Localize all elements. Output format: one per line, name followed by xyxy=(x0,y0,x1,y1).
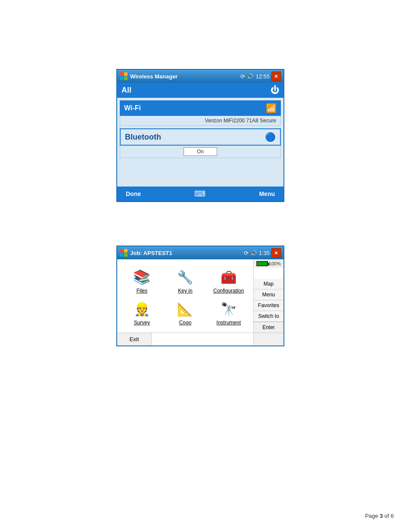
wireless-spacer xyxy=(120,161,281,187)
status-icon-signal: 🔊 xyxy=(247,73,254,80)
icon-grid-area: 📚 Files 🔧 Key in 🧰 Configuration xyxy=(117,259,253,333)
menu-button[interactable]: Menu xyxy=(259,190,275,197)
bluetooth-icon: 🔵 xyxy=(265,132,276,142)
survey-item[interactable]: 👷 Survey xyxy=(122,298,162,326)
files-item[interactable]: 📚 Files xyxy=(122,266,162,294)
close-button[interactable]: × xyxy=(271,72,281,81)
job-titlebar-right: ⟳ 🔊 1:35 × xyxy=(244,248,281,258)
battery-bar: 100% xyxy=(254,259,283,268)
job-bottom-bar: Exit xyxy=(117,333,283,345)
svg-rect-0 xyxy=(120,72,123,76)
page-current: 3 xyxy=(380,513,383,519)
battery-icon xyxy=(256,261,268,266)
menu-button-2[interactable]: Menu xyxy=(254,289,283,300)
enter-button-right[interactable]: Enter xyxy=(254,322,283,333)
job-status-icon-signal: 🔊 xyxy=(250,250,257,256)
survey-icon: 👷 xyxy=(130,298,153,320)
survey-label: Survey xyxy=(134,320,150,326)
windows-logo-icon xyxy=(120,72,128,80)
configuration-icon: 🧰 xyxy=(217,266,240,288)
svg-rect-4 xyxy=(120,249,123,252)
status-icon-sync: ⟳ xyxy=(240,73,245,80)
svg-rect-3 xyxy=(124,77,128,80)
job-status-icon-sync: ⟳ xyxy=(244,250,249,256)
job-close-button[interactable]: × xyxy=(271,248,281,258)
bluetooth-section-header[interactable]: Bluetooth 🔵 xyxy=(120,128,281,146)
svg-rect-1 xyxy=(124,72,128,76)
titlebar-job: Job: APSTEST1 ⟳ 🔊 1:35 × xyxy=(117,246,283,259)
wifi-section-header[interactable]: Wi-Fi 📶 xyxy=(120,100,281,116)
job-main-area: 📚 Files 🔧 Key in 🧰 Configuration xyxy=(117,259,283,333)
map-button[interactable]: Map xyxy=(254,279,283,289)
instrument-icon: 🔭 xyxy=(217,298,240,320)
keyin-icon: 🔧 xyxy=(174,266,197,288)
job-titlebar-title: Job: APSTEST1 xyxy=(130,250,172,256)
all-label: All xyxy=(121,86,131,95)
svg-rect-5 xyxy=(124,249,128,252)
titlebar-wireless: Wireless Manager ⟳ 🔊 12:55 × xyxy=(117,70,283,83)
titlebar-time: 12:55 xyxy=(255,73,270,80)
bluetooth-label: Bluetooth xyxy=(125,133,161,142)
power-icon: ⏻ xyxy=(271,85,279,95)
page-label: Page xyxy=(365,513,380,519)
titlebar-job-left: Job: APSTEST1 xyxy=(120,249,172,257)
keyboard-icon[interactable]: ⌨ xyxy=(194,189,206,199)
wifi-network-name: Verizon MiFi2200 71A8 Secure xyxy=(120,116,281,126)
all-bar[interactable]: All ⏻ xyxy=(117,83,283,98)
favorites-button[interactable]: Favorites xyxy=(254,300,283,311)
page-total: 6 xyxy=(391,513,394,519)
titlebar-left: Wireless Manager xyxy=(120,72,177,80)
wireless-bottom-bar: Done ⌨ Menu xyxy=(117,187,283,201)
bluetooth-status-bar: On xyxy=(120,146,281,158)
instrument-label: Instrument xyxy=(216,320,241,326)
cogo-item[interactable]: 📐 Cogo xyxy=(166,298,205,326)
keyin-label: Key in xyxy=(178,288,192,294)
cogo-label: Cogo xyxy=(179,320,192,326)
bluetooth-status: On xyxy=(184,147,217,156)
configuration-item[interactable]: 🧰 Configuration xyxy=(209,266,248,294)
cogo-icon: 📐 xyxy=(174,298,197,320)
page-number: Page 3 of 6 xyxy=(365,513,394,519)
instrument-item[interactable]: 🔭 Instrument xyxy=(209,298,248,326)
titlebar-title: Wireless Manager xyxy=(130,73,177,80)
files-label: Files xyxy=(137,288,147,294)
job-window: Job: APSTEST1 ⟳ 🔊 1:35 × 📚 Files 🔧 xyxy=(116,246,284,346)
enter-bottom-area xyxy=(253,333,283,345)
side-menu-spacer xyxy=(254,268,283,279)
switch-to-button[interactable]: Switch to xyxy=(254,311,283,322)
job-titlebar-time: 1:35 xyxy=(259,250,270,256)
page-of: of xyxy=(384,513,390,519)
bottom-spacer xyxy=(152,333,253,345)
titlebar-right: ⟳ 🔊 12:55 × xyxy=(240,72,281,81)
exit-button[interactable]: Exit xyxy=(117,333,152,345)
svg-rect-7 xyxy=(124,253,128,257)
svg-rect-2 xyxy=(120,77,123,80)
windows-logo-icon-2 xyxy=(120,249,128,257)
configuration-label: Configuration xyxy=(213,288,244,294)
svg-rect-6 xyxy=(120,253,123,257)
side-panel: 100% Map Menu Favorites Switch to Enter xyxy=(253,259,283,333)
files-icon: 📚 xyxy=(130,266,153,288)
done-button[interactable]: Done xyxy=(126,190,141,197)
battery-percent: 100% xyxy=(269,261,281,266)
wireless-manager-window: Wireless Manager ⟳ 🔊 12:55 × All ⏻ Wi-Fi… xyxy=(116,69,284,202)
keyin-item[interactable]: 🔧 Key in xyxy=(166,266,205,294)
wifi-label: Wi-Fi xyxy=(124,104,141,112)
wifi-icon: 📶 xyxy=(266,103,277,113)
app-icon-grid: 📚 Files 🔧 Key in 🧰 Configuration xyxy=(121,263,250,329)
